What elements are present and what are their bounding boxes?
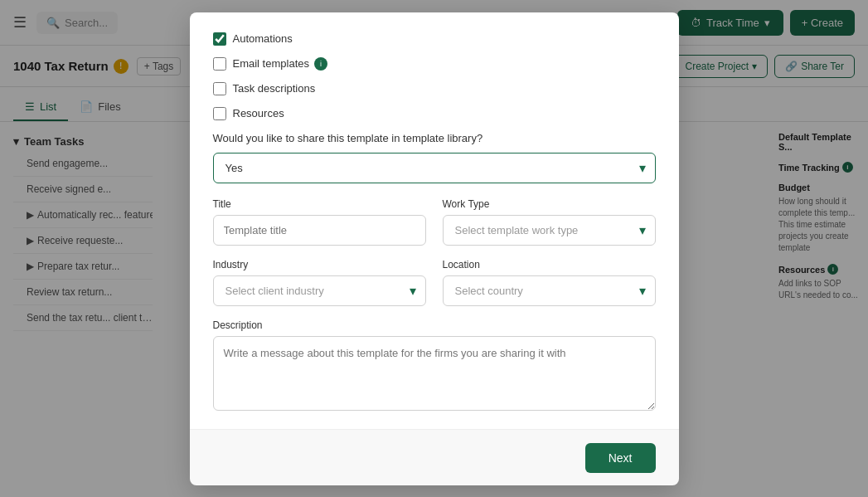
location-group: Location Select country ▾	[443, 259, 656, 306]
description-group: Description	[213, 319, 656, 414]
checkbox-task-descriptions-row: Task descriptions	[213, 82, 656, 95]
modal-overlay: Automations Email templates i Task descr…	[0, 0, 868, 497]
modal-body: Automations Email templates i Task descr…	[190, 12, 679, 414]
automations-label: Automations	[233, 32, 293, 45]
location-select[interactable]: Select country	[443, 275, 656, 306]
form-grid-row1: Title Work Type Select template work typ…	[213, 198, 656, 246]
share-template-modal: Automations Email templates i Task descr…	[190, 12, 679, 485]
description-label: Description	[213, 319, 656, 331]
location-label: Location	[443, 259, 656, 270]
work-type-wrapper: Select template work type ▾	[443, 215, 656, 246]
checkbox-email-templates-row: Email templates i	[213, 57, 656, 71]
work-type-select[interactable]: Select template work type	[443, 215, 656, 246]
share-library-wrapper: Yes No ▾	[213, 153, 656, 183]
share-library-select[interactable]: Yes No	[213, 153, 656, 183]
work-type-group: Work Type Select template work type ▾	[443, 198, 656, 246]
automations-checkbox[interactable]	[213, 32, 226, 46]
checkbox-resources-row: Resources	[213, 107, 656, 120]
email-templates-label: Email templates i	[233, 57, 327, 71]
industry-label: Industry	[213, 259, 426, 270]
form-grid-row2: Industry Select client industry ▾ Locati…	[213, 259, 656, 306]
email-templates-checkbox[interactable]	[213, 57, 226, 71]
info-icon-email: i	[314, 57, 327, 71]
resources-checkbox[interactable]	[213, 107, 226, 120]
work-type-label: Work Type	[443, 198, 656, 210]
industry-select[interactable]: Select client industry	[213, 275, 426, 306]
title-input[interactable]	[213, 215, 426, 246]
resources-label: Resources	[233, 107, 284, 119]
description-textarea[interactable]	[213, 336, 656, 411]
industry-wrapper: Select client industry ▾	[213, 275, 426, 306]
task-descriptions-checkbox[interactable]	[213, 82, 226, 95]
modal-footer: Next	[190, 429, 679, 485]
title-group: Title	[213, 198, 426, 246]
industry-group: Industry Select client industry ▾	[213, 259, 426, 306]
share-question: Would you like to share this template in…	[213, 132, 656, 144]
next-button[interactable]: Next	[585, 443, 656, 473]
task-descriptions-label: Task descriptions	[233, 82, 316, 95]
title-label: Title	[213, 198, 426, 210]
location-wrapper: Select country ▾	[443, 275, 656, 306]
checkbox-automations-row: Automations	[213, 32, 656, 46]
